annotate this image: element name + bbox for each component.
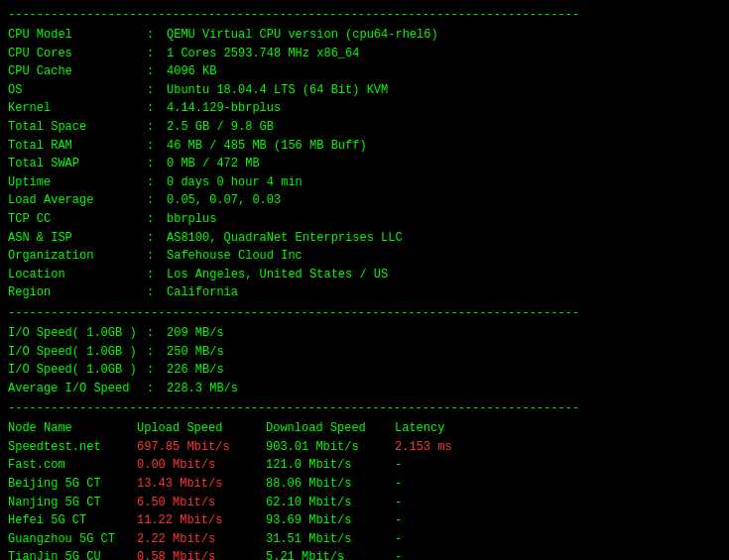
speed-upload: 6.50 Mbit/s [137, 494, 266, 512]
speed-upload: 0.58 Mbit/s [137, 548, 266, 560]
total-swap-label: Total SWAP [8, 155, 147, 173]
uptime-label: Uptime [8, 173, 147, 192]
cpu-cache-row: CPU Cache : 4096 KB [8, 62, 721, 81]
speed-download: 121.0 Mbit/s [266, 456, 395, 475]
speed-row: Fast.com 0.00 Mbit/s 121.0 Mbit/s - [8, 456, 721, 475]
cpu-cache-value: 4096 KB [167, 62, 216, 81]
divider-top: ----------------------------------------… [8, 8, 721, 22]
asn-isp-value: AS8100, QuadraNet Enterprises LLC [167, 229, 403, 248]
tcp-cc-label: TCP CC [8, 210, 147, 229]
header-latency: Latency [395, 419, 494, 438]
load-avg-label: Load Average [8, 191, 147, 210]
speed-rows-container: Speedtest.net 697.85 Mbit/s 903.01 Mbit/… [8, 438, 721, 560]
uptime-row: Uptime : 0 days 0 hour 4 min [8, 173, 721, 192]
org-row: Organization : Safehouse Cloud Inc [8, 247, 721, 266]
location-label: Location [8, 266, 147, 284]
speed-node: Speedtest.net [8, 438, 137, 457]
os-label: OS [8, 81, 147, 100]
header-node: Node Name [8, 419, 137, 438]
total-space-value: 2.5 GB / 9.8 GB [167, 118, 274, 137]
divider-speed: ----------------------------------------… [8, 401, 721, 415]
asn-isp-row: ASN & ISP : AS8100, QuadraNet Enterprise… [8, 229, 721, 248]
io-label: I/O Speed( 1.0GB ) [8, 361, 147, 380]
cpu-model-row: CPU Model : QEMU Virtual CPU version (cp… [8, 26, 721, 45]
cpu-model-value: QEMU Virtual CPU version (cpu64-rhel6) [167, 26, 438, 45]
speed-latency: - [395, 530, 494, 549]
speed-latency: - [395, 511, 494, 530]
speed-node: Fast.com [8, 456, 137, 475]
speed-node: Hefei 5G CT [8, 511, 137, 530]
org-value: Safehouse Cloud Inc [167, 247, 303, 266]
total-ram-value: 46 MB / 485 MB (156 MB Buff) [167, 137, 367, 156]
io-row: I/O Speed( 1.0GB ) : 226 MB/s [8, 361, 721, 380]
tcp-cc-value: bbrplus [167, 210, 216, 229]
region-label: Region [8, 283, 147, 302]
speed-download: 31.51 Mbit/s [266, 530, 395, 549]
speed-download: 93.69 Mbit/s [266, 511, 395, 530]
asn-isp-label: ASN & ISP [8, 229, 147, 248]
header-upload: Upload Speed [137, 419, 266, 438]
speed-latency: 2.153 ms [395, 438, 494, 457]
speed-latency: - [395, 548, 494, 560]
speed-upload: 0.00 Mbit/s [137, 456, 266, 475]
os-row: OS : Ubuntu 18.04.4 LTS (64 Bit) KVM [8, 81, 721, 100]
total-space-label: Total Space [8, 118, 147, 137]
speed-row: Hefei 5G CT 11.22 Mbit/s 93.69 Mbit/s - [8, 511, 721, 530]
speed-latency: - [395, 475, 494, 494]
speed-download: 62.10 Mbit/s [266, 494, 395, 512]
speed-download: 903.01 Mbit/s [266, 438, 395, 457]
header-download: Download Speed [266, 419, 395, 438]
speed-latency: - [395, 456, 494, 475]
speed-table-header: Node Name Upload Speed Download Speed La… [8, 419, 721, 438]
uptime-value: 0 days 0 hour 4 min [167, 173, 303, 192]
location-row: Location : Los Angeles, United States / … [8, 266, 721, 284]
speed-row: Speedtest.net 697.85 Mbit/s 903.01 Mbit/… [8, 438, 721, 457]
speed-latency: - [395, 494, 494, 512]
speed-node: Beijing 5G CT [8, 475, 137, 494]
io-row: I/O Speed( 1.0GB ) : 209 MB/s [8, 324, 721, 343]
region-row: Region : California [8, 283, 721, 302]
region-value: California [167, 283, 238, 302]
speed-upload: 2.22 Mbit/s [137, 530, 266, 549]
speed-download: 5.21 Mbit/s [266, 548, 395, 560]
kernel-row: Kernel : 4.14.129-bbrplus [8, 99, 721, 118]
io-label: Average I/O Speed [8, 380, 147, 398]
cpu-cores-label: CPU Cores [8, 45, 147, 63]
io-value: 228.3 MB/s [167, 380, 238, 398]
kernel-value: 4.14.129-bbrplus [167, 99, 281, 118]
io-value: 209 MB/s [167, 324, 224, 343]
cpu-cache-label: CPU Cache [8, 62, 147, 81]
load-avg-value: 0.05, 0.07, 0.03 [167, 191, 281, 210]
tcp-cc-row: TCP CC : bbrplus [8, 210, 721, 229]
cpu-cores-value: 1 Cores 2593.748 MHz x86_64 [167, 45, 359, 63]
cpu-model-label: CPU Model [8, 26, 147, 45]
io-label: I/O Speed( 1.0GB ) [8, 324, 147, 343]
total-swap-row: Total SWAP : 0 MB / 472 MB [8, 155, 721, 173]
total-swap-value: 0 MB / 472 MB [167, 155, 260, 173]
speed-row: Nanjing 5G CT 6.50 Mbit/s 62.10 Mbit/s - [8, 494, 721, 512]
speed-node: TianJin 5G CU [8, 548, 137, 560]
speed-row: Guangzhou 5G CT 2.22 Mbit/s 31.51 Mbit/s… [8, 530, 721, 549]
io-value: 226 MB/s [167, 361, 224, 380]
speed-node: Nanjing 5G CT [8, 494, 137, 512]
speed-upload: 11.22 Mbit/s [137, 511, 266, 530]
sep: : [147, 26, 167, 45]
cpu-cores-row: CPU Cores : 1 Cores 2593.748 MHz x86_64 [8, 45, 721, 63]
org-label: Organization [8, 247, 147, 266]
speed-row: Beijing 5G CT 13.43 Mbit/s 88.06 Mbit/s … [8, 475, 721, 494]
io-row: I/O Speed( 1.0GB ) : 250 MB/s [8, 343, 721, 362]
io-value: 250 MB/s [167, 343, 224, 362]
location-value: Los Angeles, United States / US [167, 266, 388, 284]
total-ram-label: Total RAM [8, 137, 147, 156]
divider-io: ----------------------------------------… [8, 306, 721, 320]
os-value: Ubuntu 18.04.4 LTS (64 Bit) KVM [167, 81, 388, 100]
total-space-row: Total Space : 2.5 GB / 9.8 GB [8, 118, 721, 137]
io-row: Average I/O Speed : 228.3 MB/s [8, 380, 721, 398]
io-section: I/O Speed( 1.0GB ) : 209 MB/s I/O Speed(… [8, 324, 721, 397]
io-label: I/O Speed( 1.0GB ) [8, 343, 147, 362]
speed-upload: 13.43 Mbit/s [137, 475, 266, 494]
speed-download: 88.06 Mbit/s [266, 475, 395, 494]
speed-upload: 697.85 Mbit/s [137, 438, 266, 457]
total-ram-row: Total RAM : 46 MB / 485 MB (156 MB Buff) [8, 137, 721, 156]
speed-node: Guangzhou 5G CT [8, 530, 137, 549]
